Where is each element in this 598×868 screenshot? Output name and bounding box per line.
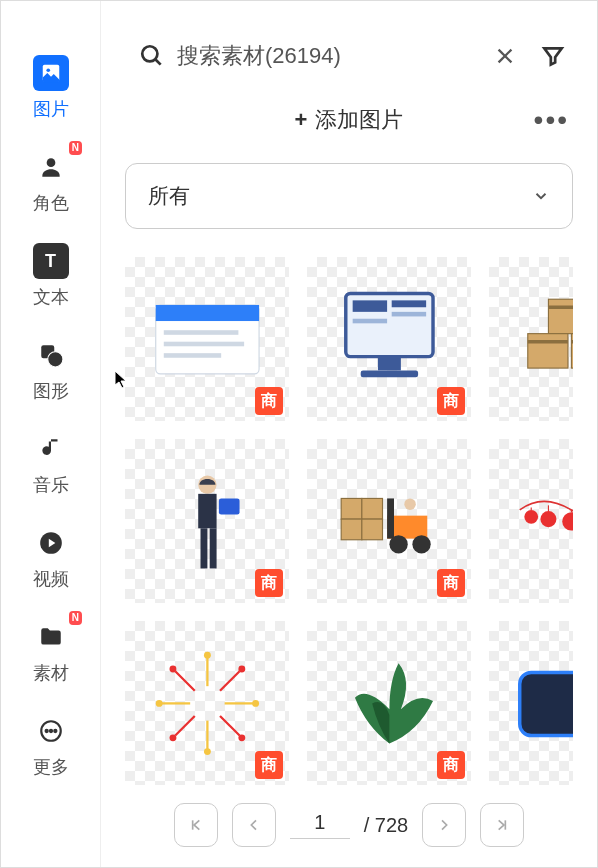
- chevron-right-icon: [436, 817, 452, 833]
- sidebar-item-music[interactable]: 音乐: [1, 417, 100, 511]
- sidebar-item-label: 文本: [33, 285, 69, 309]
- svg-rect-42: [387, 498, 394, 538]
- asset-thumbnail: [150, 646, 265, 761]
- asset-item[interactable]: 商: [307, 257, 471, 421]
- image-icon: [33, 55, 69, 91]
- current-page-input[interactable]: 1: [290, 811, 350, 839]
- svg-point-2: [46, 158, 55, 167]
- svg-point-45: [404, 498, 415, 509]
- svg-point-70: [155, 700, 162, 707]
- svg-rect-33: [198, 493, 216, 527]
- svg-rect-20: [352, 300, 386, 311]
- svg-point-47: [540, 511, 556, 527]
- svg-rect-16: [163, 330, 238, 335]
- svg-rect-27: [527, 333, 567, 367]
- asset-item[interactable]: 商: [489, 621, 573, 785]
- svg-point-8: [49, 730, 51, 732]
- svg-rect-38: [361, 498, 382, 519]
- commercial-badge: 商: [255, 387, 283, 415]
- prev-page-button[interactable]: [232, 803, 276, 847]
- music-icon: [33, 431, 69, 467]
- sidebar-item-label: 素材: [33, 661, 69, 685]
- new-badge: N: [69, 611, 82, 625]
- chevron-left-icon: [246, 817, 262, 833]
- asset-item[interactable]: 商: [489, 439, 573, 603]
- more-options-button[interactable]: •••: [534, 104, 569, 136]
- sidebar-item-text[interactable]: T 文本: [1, 229, 100, 323]
- svg-point-32: [198, 475, 216, 493]
- svg-point-9: [54, 730, 56, 732]
- close-icon: [494, 45, 516, 67]
- first-page-icon: [188, 817, 204, 833]
- svg-point-43: [389, 535, 407, 553]
- svg-line-59: [220, 716, 240, 736]
- svg-rect-25: [360, 370, 417, 377]
- sidebar-item-image[interactable]: 图片: [1, 41, 100, 135]
- new-badge: N: [69, 141, 82, 155]
- asset-thumbnail: [332, 464, 447, 579]
- svg-point-67: [238, 734, 245, 741]
- sidebar-item-video[interactable]: 视频: [1, 511, 100, 605]
- svg-point-7: [45, 730, 47, 732]
- category-select[interactable]: 所有: [125, 163, 573, 229]
- folder-icon: [33, 619, 69, 655]
- asset-item[interactable]: 商: [307, 621, 471, 785]
- sidebar: 图片 N 角色 T 文本 图形 音乐 视频 N 素材 更: [1, 1, 101, 867]
- sidebar-item-role[interactable]: N 角色: [1, 135, 100, 229]
- main-panel: 搜索素材(26194) + 添加图片 ••• 所有 商 商 商 商 商 商 商 …: [101, 1, 597, 867]
- total-pages-label: / 728: [364, 814, 408, 837]
- commercial-badge: 商: [437, 569, 465, 597]
- svg-point-1: [46, 68, 50, 72]
- svg-point-48: [562, 512, 573, 530]
- asset-item[interactable]: 商: [307, 439, 471, 603]
- sidebar-item-label: 音乐: [33, 473, 69, 497]
- first-page-button[interactable]: [174, 803, 218, 847]
- svg-point-46: [524, 510, 538, 524]
- svg-rect-23: [352, 318, 386, 323]
- asset-grid: 商 商 商 商 商 商 商 商 商: [125, 257, 573, 785]
- clear-search-button[interactable]: [485, 36, 525, 76]
- sidebar-item-label: 角色: [33, 191, 69, 215]
- svg-rect-26: [548, 299, 573, 333]
- next-page-button[interactable]: [422, 803, 466, 847]
- svg-rect-15: [155, 305, 258, 321]
- asset-thumbnail: [514, 282, 573, 397]
- asset-item[interactable]: 商: [125, 621, 289, 785]
- search-input[interactable]: 搜索素材(26194): [125, 31, 477, 81]
- svg-line-57: [220, 671, 240, 691]
- sidebar-item-label: 图片: [33, 97, 69, 121]
- commercial-badge: 商: [255, 751, 283, 779]
- svg-rect-17: [163, 341, 243, 346]
- last-page-icon: [494, 817, 510, 833]
- svg-rect-40: [361, 519, 382, 540]
- shape-icon: [33, 337, 69, 373]
- asset-thumbnail: [514, 464, 573, 579]
- svg-point-71: [169, 665, 176, 672]
- sidebar-item-label: 视频: [33, 567, 69, 591]
- svg-rect-24: [378, 356, 401, 370]
- sidebar-item-label: 更多: [33, 755, 69, 779]
- svg-rect-21: [391, 300, 425, 307]
- asset-item[interactable]: 商: [125, 257, 289, 421]
- plus-icon: +: [295, 107, 308, 133]
- pagination: 1 / 728: [125, 803, 573, 847]
- svg-line-63: [175, 671, 195, 691]
- commercial-badge: 商: [255, 569, 283, 597]
- last-page-button[interactable]: [480, 803, 524, 847]
- more-icon: [33, 713, 69, 749]
- filter-icon: [540, 43, 566, 69]
- svg-rect-37: [341, 498, 362, 519]
- sidebar-item-more[interactable]: 更多: [1, 699, 100, 793]
- sidebar-item-material[interactable]: N 素材: [1, 605, 100, 699]
- asset-item[interactable]: 商: [489, 257, 573, 421]
- chevron-down-icon: [532, 187, 550, 205]
- filter-button[interactable]: [533, 36, 573, 76]
- sidebar-item-shape[interactable]: 图形: [1, 323, 100, 417]
- svg-rect-34: [218, 498, 239, 514]
- search-icon: [139, 43, 165, 69]
- svg-point-68: [204, 748, 211, 755]
- svg-point-66: [252, 700, 259, 707]
- add-image-button[interactable]: + 添加图片: [295, 105, 404, 135]
- asset-item[interactable]: 商: [125, 439, 289, 603]
- video-icon: [33, 525, 69, 561]
